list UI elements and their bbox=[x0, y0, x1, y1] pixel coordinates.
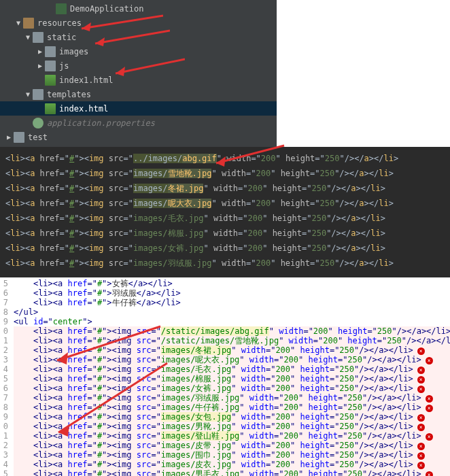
gutter-num: 2 bbox=[0, 345, 8, 355]
gutter-num: 1 bbox=[0, 336, 8, 345]
code-line-error[interactable]: <li><a href="#"><img src="images/呢大衣.jpg… bbox=[14, 355, 450, 364]
error-icon[interactable]: × bbox=[417, 412, 426, 422]
code-line[interactable]: </ul> bbox=[14, 307, 450, 317]
folder-icon bbox=[33, 89, 44, 100]
folder-icon bbox=[45, 46, 56, 57]
twistie-icon[interactable]: ▼ bbox=[14, 19, 23, 27]
tree-item-index-html[interactable]: index.html bbox=[0, 101, 277, 116]
project-tree[interactable]: DemoApplication▼resources▼static▶images▶… bbox=[0, 0, 277, 147]
code-line-error[interactable]: <li><a href="#"><img src="images/男靴.jpg"… bbox=[14, 422, 450, 431]
error-icon[interactable]: × bbox=[426, 469, 434, 476]
code-line-error[interactable]: <li><a href="#"><img src="images/冬裙.jpg"… bbox=[14, 345, 450, 355]
dark-code-editor[interactable]: <li><a href="#"><img src="../images/abg.… bbox=[0, 147, 450, 277]
error-icon[interactable]: × bbox=[417, 364, 426, 374]
gutter-num: 8 bbox=[0, 403, 8, 412]
code-line[interactable]: <li><a href="#"><img src="../images/abg.… bbox=[5, 151, 445, 166]
error-icon[interactable]: × bbox=[417, 345, 426, 355]
run-icon bbox=[56, 3, 67, 14]
error-icon[interactable]: × bbox=[417, 460, 426, 469]
tree-label: index.html bbox=[59, 104, 108, 114]
code-line-error[interactable]: <li><a href="#"><img src="images/围巾.jpg"… bbox=[14, 450, 450, 460]
code-line[interactable]: <li><a href="#"><img src="images/毛衣.jpg"… bbox=[5, 211, 445, 226]
code-line[interactable]: <li><a href="#"><img src="images/雪地靴.jpg… bbox=[5, 166, 445, 181]
gutter: 567890123456789012345 bbox=[0, 277, 11, 476]
gutter-num: 2 bbox=[0, 441, 8, 450]
code-line-error[interactable]: <li><a href="#"><img src="images/皮衣.jpg"… bbox=[14, 460, 450, 469]
tree-item-images[interactable]: ▶images bbox=[0, 44, 277, 58]
code-line-error[interactable]: <li><a href="#"><img src="images/女包.jpg"… bbox=[14, 412, 450, 422]
twistie-icon[interactable]: ▶ bbox=[35, 62, 45, 69]
gutter-num: 3 bbox=[0, 450, 8, 460]
tree-label: js bbox=[59, 61, 69, 71]
code-line[interactable]: <li><a href="#"><img src="images/冬裙.jpg"… bbox=[5, 181, 445, 196]
code-line[interactable]: <li><a href="#"><img src="images/棉服.jpg"… bbox=[5, 226, 445, 241]
code-line-error[interactable]: <li><a href="#"><img src="images/牛仔裤.jpg… bbox=[14, 403, 450, 412]
tree-label: static bbox=[47, 33, 76, 42]
code-line[interactable]: <ul id="center"> bbox=[14, 317, 450, 326]
code-line-error[interactable]: <li><a href="#"><img src="images/女裤.jpg"… bbox=[14, 384, 450, 393]
tree-item-static[interactable]: ▼static bbox=[0, 30, 277, 44]
error-icon[interactable]: × bbox=[417, 384, 426, 393]
error-icon[interactable]: × bbox=[426, 431, 434, 441]
error-icon[interactable]: × bbox=[417, 374, 426, 384]
code-line[interactable]: <li><a href="#">牛仔裤</a></li> bbox=[14, 298, 450, 307]
gutter-num: 0 bbox=[0, 422, 8, 431]
error-icon[interactable]: × bbox=[417, 441, 426, 450]
gutter-num: 7 bbox=[0, 393, 8, 403]
twistie-icon[interactable]: ▶ bbox=[4, 133, 14, 141]
prop-icon bbox=[33, 118, 44, 129]
html-icon bbox=[45, 75, 56, 86]
code-line[interactable]: <li><a href="#"><img src="images/女裤.jpg"… bbox=[5, 241, 445, 256]
error-icon[interactable]: × bbox=[417, 422, 426, 431]
gutter-num: 9 bbox=[0, 317, 8, 326]
tree-label: DemoApplication bbox=[70, 4, 143, 14]
error-icon[interactable]: × bbox=[426, 393, 434, 403]
twistie-icon[interactable]: ▶ bbox=[35, 48, 45, 55]
folder-icon bbox=[14, 132, 24, 143]
gutter-num: 1 bbox=[0, 431, 8, 441]
tree-item-js[interactable]: ▶js bbox=[0, 58, 277, 73]
code-line-error[interactable]: <li><a href="#"><img src="/static/images… bbox=[14, 326, 450, 336]
twistie-icon[interactable]: ▼ bbox=[23, 33, 33, 41]
tree-item-application-properties[interactable]: application.properties bbox=[0, 116, 277, 130]
tree-item-resources[interactable]: ▼resources bbox=[0, 16, 277, 30]
gutter-num: 4 bbox=[0, 460, 8, 469]
tree-item-templates[interactable]: ▼templates bbox=[0, 87, 277, 101]
gutter-num: 6 bbox=[0, 288, 8, 298]
gutter-num: 5 bbox=[0, 469, 8, 476]
code-line-error[interactable]: <li><a href="#"><img src="images/羽绒服.jpg… bbox=[14, 393, 450, 403]
html-icon bbox=[45, 103, 56, 114]
gutter-num: 5 bbox=[0, 279, 8, 288]
code-line-error[interactable]: <li><a href="#"><img src="images/棉服.jpg"… bbox=[14, 374, 450, 384]
tree-item-index1-html[interactable]: index1.html bbox=[0, 73, 277, 87]
folder-icon bbox=[33, 32, 44, 43]
gutter-num: 9 bbox=[0, 412, 8, 422]
code-line[interactable]: <li><a href="#"><img src="images/呢大衣.jpg… bbox=[5, 196, 445, 211]
pkg-icon bbox=[23, 18, 34, 29]
code-line-error[interactable]: <li><a href="#"><img src="images/皮带.jpg"… bbox=[14, 441, 450, 450]
gutter-num: 4 bbox=[0, 364, 8, 374]
error-icon[interactable]: × bbox=[426, 355, 434, 364]
code-line[interactable]: <li><a href="#">羽绒服</a></li> bbox=[14, 288, 450, 298]
gutter-num: 6 bbox=[0, 384, 8, 393]
code-line[interactable]: <li><a href="#"><img src="images/羽绒服.jpg… bbox=[5, 256, 445, 271]
code-line[interactable]: <li><a href="#">女裤</a></li> bbox=[14, 279, 450, 288]
code-line-error[interactable]: <li><a href="#"><img src="images/男毛衣.jpg… bbox=[14, 469, 450, 476]
light-code-editor[interactable]: 567890123456789012345 <li><a href="#">女裤… bbox=[0, 277, 450, 476]
gutter-num: 3 bbox=[0, 355, 8, 364]
gutter-num: 5 bbox=[0, 374, 8, 384]
error-icon[interactable]: × bbox=[426, 403, 434, 412]
folder-icon bbox=[45, 61, 56, 71]
code-line-error[interactable]: <li><a href="#"><img src="images/毛衣.jpg"… bbox=[14, 364, 450, 374]
tree-label: index1.html bbox=[59, 75, 113, 85]
tree-label: application.properties bbox=[47, 118, 155, 128]
code-line-error[interactable]: <li><a href="#"><img src="/static/images… bbox=[14, 336, 450, 345]
tree-label: resources bbox=[37, 18, 82, 28]
twistie-icon[interactable]: ▼ bbox=[23, 90, 33, 98]
gutter-num: 0 bbox=[0, 326, 8, 336]
code-line-error[interactable]: <li><a href="#"><img src="images/登山鞋.jpg… bbox=[14, 431, 450, 441]
tree-item-test[interactable]: ▶test bbox=[0, 130, 277, 144]
tree-label: images bbox=[59, 47, 88, 56]
error-icon[interactable]: × bbox=[417, 450, 426, 460]
tree-item-demoapplication[interactable]: DemoApplication bbox=[0, 1, 277, 16]
